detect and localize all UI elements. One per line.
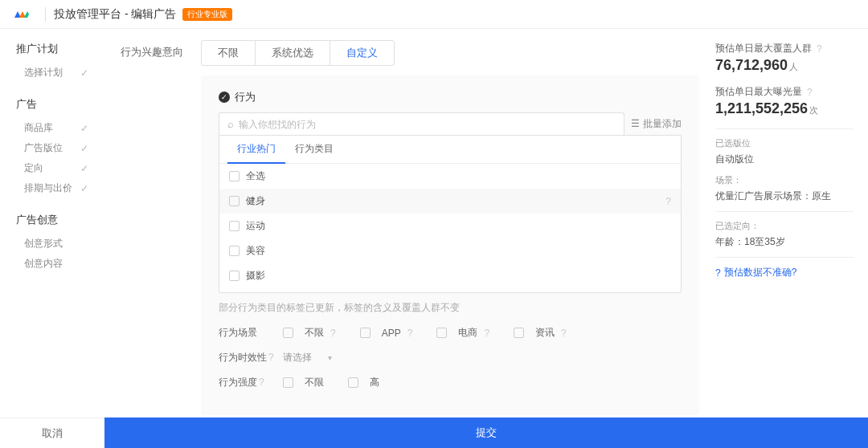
divider: [715, 211, 854, 212]
time-select[interactable]: 请选择▾: [283, 351, 332, 365]
time-label: 行为时效性?: [219, 351, 283, 365]
divider: [715, 128, 854, 129]
chevron-down-icon: ▾: [328, 353, 332, 362]
list-item[interactable]: 美容: [219, 238, 681, 263]
update-hint: 部分行为类目的标签已更新，标签的含义及覆盖人群不变: [219, 301, 682, 315]
behavior-list[interactable]: 全选 健身? 运动 美容 摄影 汽车 减肥: [219, 164, 681, 292]
scene-opt-unlimited[interactable]: 不限?: [283, 326, 336, 340]
checkbox[interactable]: [229, 246, 240, 256]
help-icon[interactable]: ?: [807, 87, 813, 98]
sidebar-group-plan: 推广计划: [16, 42, 104, 56]
inner-tabs: 行业热门 行为类目: [219, 136, 681, 164]
footer: 取消 提交: [0, 417, 868, 448]
checkbox[interactable]: [229, 196, 240, 206]
strength-label: 行为强度?: [219, 376, 283, 389]
help-icon[interactable]: ?: [330, 328, 336, 339]
check-icon: ✓: [80, 163, 88, 174]
help-icon[interactable]: ?: [268, 352, 274, 363]
check-dot-icon: [219, 92, 230, 103]
help-icon[interactable]: ?: [561, 328, 567, 339]
search-icon: ⌕: [227, 118, 234, 130]
main-content: 行为兴趣意向 不限 系统优选 自定义 行为 ⌕: [104, 29, 715, 417]
section-behavior-title: 行为: [219, 90, 682, 104]
checkbox[interactable]: [283, 377, 293, 388]
sidebar-item-creative-form[interactable]: 创意形式: [16, 234, 104, 254]
scene-meta-value: 优量汇广告展示场景：原生: [715, 189, 854, 203]
submit-button[interactable]: 提交: [104, 417, 868, 448]
sidebar-item-product[interactable]: 商品库✓: [16, 118, 104, 138]
strength-opt-high[interactable]: 高: [348, 376, 379, 389]
page-title: 投放管理平台 - 编辑广告: [54, 7, 176, 22]
checkbox[interactable]: [229, 171, 240, 181]
placement-value: 自动版位: [715, 153, 854, 166]
check-icon: ✓: [80, 143, 88, 154]
list-item[interactable]: 健身?: [219, 189, 681, 214]
sidebar-item-targeting[interactable]: 定向✓: [16, 158, 104, 178]
checkbox[interactable]: [514, 328, 524, 338]
search-input[interactable]: [239, 119, 616, 130]
check-icon: ✓: [80, 123, 88, 134]
check-icon: ✓: [80, 67, 88, 79]
inaccurate-link[interactable]: ?预估数据不准确?: [715, 266, 854, 279]
stat-exposure-value: 1,211,552,256次: [715, 100, 854, 117]
behavior-interest-label: 行为兴趣意向: [121, 40, 201, 59]
placement-label: 已选版位: [715, 137, 854, 149]
header: 投放管理平台 - 编辑广告 行业专业版: [0, 0, 868, 29]
list-item[interactable]: 摄影: [219, 263, 681, 288]
help-icon[interactable]: ?: [259, 377, 264, 388]
check-icon: ✓: [80, 183, 88, 194]
scene-opt-app[interactable]: APP?: [360, 326, 413, 340]
sidebar-group-ad: 广告: [16, 97, 104, 112]
help-icon[interactable]: ?: [817, 43, 822, 55]
stat-exposure-label: 预估单日最大曝光量?: [715, 85, 854, 99]
batch-add-button[interactable]: ☰ 批量添加: [631, 117, 682, 131]
sidebar-item-creative-content[interactable]: 创意内容: [16, 254, 104, 274]
checkbox[interactable]: [360, 328, 371, 338]
list-item[interactable]: 汽车: [219, 288, 681, 292]
target-meta-value: 年龄：18至35岁: [715, 235, 854, 249]
logo-icon: [13, 6, 29, 22]
list-item-all[interactable]: 全选: [219, 164, 681, 189]
help-icon[interactable]: ?: [484, 328, 489, 339]
scene-opt-ecommerce[interactable]: 电商?: [436, 326, 489, 340]
right-sidebar: 预估单日最大覆盖人群? 76,712,960人 预估单日最大曝光量? 1,211…: [715, 29, 868, 417]
cancel-button[interactable]: 取消: [0, 417, 104, 448]
list-item[interactable]: 运动: [219, 214, 681, 238]
sidebar-item-placement[interactable]: 广告版位✓: [16, 138, 104, 158]
sidebar-item-select-plan[interactable]: 选择计划✓: [16, 63, 104, 83]
divider: [715, 257, 854, 258]
checkbox[interactable]: [229, 221, 240, 231]
list-icon: ☰: [631, 118, 640, 129]
inner-tab-hot[interactable]: 行业热门: [227, 136, 285, 164]
tab-custom[interactable]: 自定义: [330, 41, 394, 65]
mode-tabs: 不限 系统优选 自定义: [201, 40, 395, 66]
checkbox[interactable]: [283, 328, 293, 338]
target-meta-label: 已选定向：: [715, 220, 854, 232]
stat-coverage-value: 76,712,960人: [715, 57, 854, 74]
help-icon[interactable]: ?: [665, 196, 671, 207]
help-icon[interactable]: ?: [407, 328, 413, 339]
checkbox[interactable]: [229, 271, 240, 281]
tab-unlimited[interactable]: 不限: [202, 41, 256, 65]
behavior-panel: 行为 ⌕ ☰ 批量添加 行业热门 行为类目: [201, 75, 699, 415]
sidebar-group-creative: 广告创意: [16, 213, 104, 227]
sidebar: 推广计划 选择计划✓ 广告 商品库✓ 广告版位✓ 定向✓ 排期与出价✓ 广告创意…: [0, 29, 104, 417]
sidebar-item-schedule[interactable]: 排期与出价✓: [16, 178, 104, 198]
scene-label: 行为场景: [219, 326, 283, 340]
tab-system[interactable]: 系统优选: [256, 41, 330, 65]
divider: [45, 7, 46, 22]
search-box[interactable]: ⌕: [219, 112, 624, 135]
checkbox[interactable]: [436, 328, 447, 338]
stat-coverage-label: 预估单日最大覆盖人群?: [715, 42, 854, 55]
strength-opt-unlimited[interactable]: 不限: [283, 376, 324, 389]
scene-opt-news[interactable]: 资讯?: [514, 326, 567, 340]
inner-tab-category[interactable]: 行为类目: [285, 136, 343, 164]
checkbox[interactable]: [348, 377, 358, 388]
edition-badge: 行业专业版: [182, 8, 232, 21]
scene-meta-label: 场景：: [715, 174, 854, 186]
